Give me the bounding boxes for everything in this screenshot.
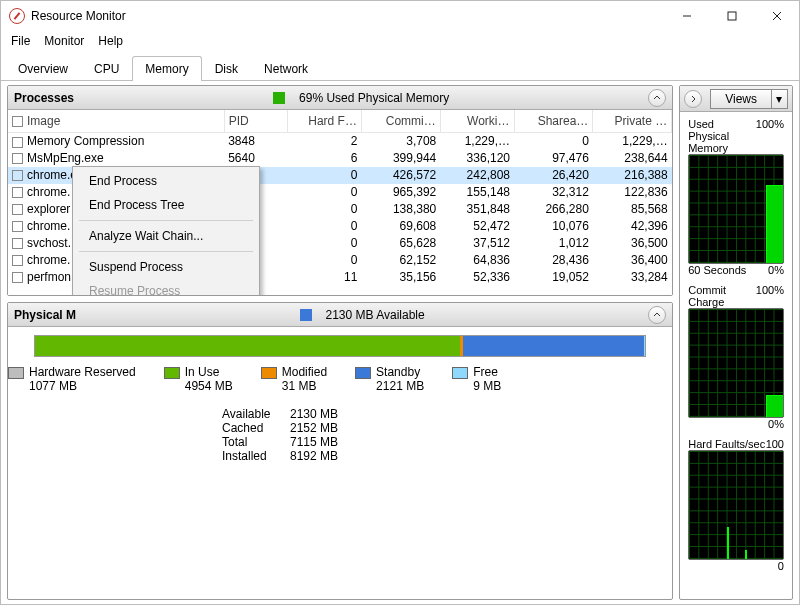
physical-header[interactable]: Physical M 2130 MB Available bbox=[8, 303, 672, 327]
ctx-resume: Resume Process bbox=[75, 279, 257, 295]
legend: Hardware Reserved1077 MB In Use4954 MB M… bbox=[34, 365, 646, 393]
usage-text: 69% Used Physical Memory bbox=[299, 91, 449, 105]
available-text: 2130 MB Available bbox=[326, 308, 425, 322]
minimize-button[interactable] bbox=[664, 2, 709, 31]
menu-monitor[interactable]: Monitor bbox=[44, 34, 84, 48]
processes-header[interactable]: Processes 69% Used Physical Memory bbox=[8, 86, 672, 110]
chart-commit-charge: Commit Charge100% 0% bbox=[688, 284, 784, 430]
ctx-end-tree[interactable]: End Process Tree bbox=[75, 193, 257, 217]
menu-bar: File Monitor Help bbox=[1, 31, 799, 51]
physical-memory-panel: Physical M 2130 MB Available Hardware Re… bbox=[7, 302, 673, 600]
col-hard[interactable]: Hard F… bbox=[288, 110, 362, 133]
tab-strip: Overview CPU Memory Disk Network bbox=[1, 55, 799, 81]
available-indicator-icon bbox=[300, 309, 312, 321]
row-checkbox[interactable] bbox=[12, 272, 23, 283]
ctx-analyze[interactable]: Analyze Wait Chain... bbox=[75, 224, 257, 248]
processes-table[interactable]: Image PID Hard F… Commi… Worki… Sharea… … bbox=[8, 110, 672, 295]
app-icon bbox=[9, 8, 25, 24]
views-dropdown-icon[interactable]: ▾ bbox=[771, 90, 787, 108]
close-button[interactable] bbox=[754, 2, 799, 31]
maximize-button[interactable] bbox=[709, 2, 754, 31]
row-checkbox[interactable] bbox=[12, 187, 23, 198]
tab-cpu[interactable]: CPU bbox=[81, 56, 132, 81]
memory-stats: Available2130 MB Cached2152 MB Total7115… bbox=[222, 407, 646, 463]
collapse-physical-icon[interactable] bbox=[648, 306, 666, 324]
tab-memory[interactable]: Memory bbox=[132, 56, 201, 81]
processes-title: Processes bbox=[14, 91, 74, 105]
swatch-standby-icon bbox=[355, 367, 371, 379]
row-checkbox[interactable] bbox=[12, 170, 23, 181]
collapse-charts-icon[interactable] bbox=[684, 90, 702, 108]
row-checkbox[interactable] bbox=[12, 204, 23, 215]
row-checkbox[interactable] bbox=[12, 137, 23, 148]
table-row[interactable]: MsMpEng.exe56406399,944336,12097,476238,… bbox=[8, 150, 672, 167]
col-image[interactable]: Image bbox=[8, 110, 224, 133]
row-checkbox[interactable] bbox=[12, 255, 23, 266]
table-row[interactable]: Memory Compression384823,7081,229,…01,22… bbox=[8, 133, 672, 150]
col-pid[interactable]: PID bbox=[224, 110, 288, 133]
col-share[interactable]: Sharea… bbox=[514, 110, 593, 133]
row-checkbox[interactable] bbox=[12, 238, 23, 249]
memory-bar bbox=[34, 335, 646, 357]
collapse-processes-icon[interactable] bbox=[648, 89, 666, 107]
swatch-inuse-icon bbox=[164, 367, 180, 379]
tab-overview[interactable]: Overview bbox=[5, 56, 81, 81]
chart-used-memory: Used Physical Memory100% 60 Seconds0% bbox=[688, 118, 784, 276]
tab-disk[interactable]: Disk bbox=[202, 56, 251, 81]
tab-network[interactable]: Network bbox=[251, 56, 321, 81]
processes-panel: Processes 69% Used Physical Memory Image… bbox=[7, 85, 673, 296]
views-button[interactable]: Views ▾ bbox=[710, 89, 788, 109]
menu-help[interactable]: Help bbox=[98, 34, 123, 48]
charts-pane: Views ▾ Used Physical Memory100% 60 Seco… bbox=[679, 85, 793, 600]
col-working[interactable]: Worki… bbox=[440, 110, 514, 133]
window-title: Resource Monitor bbox=[31, 9, 664, 23]
menu-file[interactable]: File bbox=[11, 34, 30, 48]
svg-rect-0 bbox=[728, 12, 736, 20]
usage-indicator-icon bbox=[273, 92, 285, 104]
col-private[interactable]: Private … bbox=[593, 110, 672, 133]
ctx-end-process[interactable]: End Process bbox=[75, 169, 257, 193]
physical-title: Physical M bbox=[14, 308, 76, 322]
title-bar: Resource Monitor bbox=[1, 1, 799, 31]
select-all-checkbox[interactable] bbox=[12, 116, 23, 127]
swatch-hardware-icon bbox=[8, 367, 24, 379]
swatch-modified-icon bbox=[261, 367, 277, 379]
context-menu: End Process End Process Tree Analyze Wai… bbox=[72, 166, 260, 295]
chart-hard-faults: Hard Faults/sec100 0 bbox=[688, 438, 784, 572]
row-checkbox[interactable] bbox=[12, 153, 23, 164]
ctx-suspend[interactable]: Suspend Process bbox=[75, 255, 257, 279]
swatch-free-icon bbox=[452, 367, 468, 379]
col-commit[interactable]: Commi… bbox=[361, 110, 440, 133]
row-checkbox[interactable] bbox=[12, 221, 23, 232]
